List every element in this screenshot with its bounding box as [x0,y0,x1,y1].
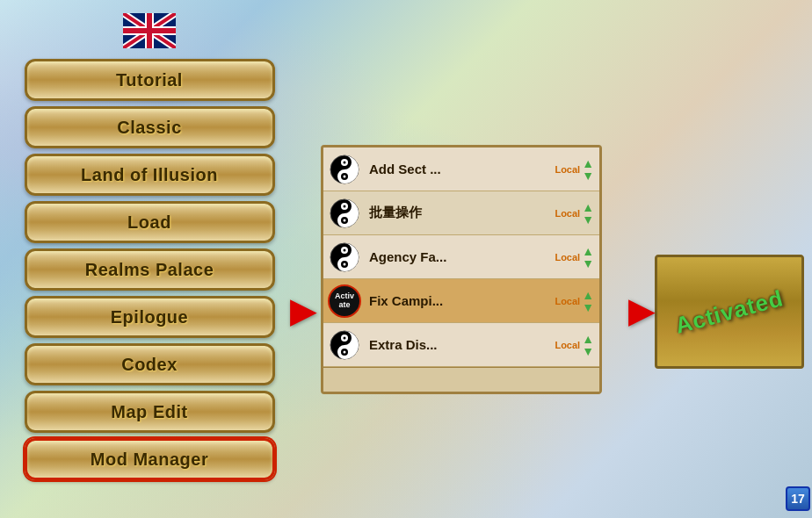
menu-tutorial[interactable]: Tutorial [25,59,275,101]
sort-arrows-5[interactable]: ▲ ▼ [582,333,594,357]
sort-arrows-1[interactable]: ▲ ▼ [582,157,594,182]
mod-icon-1 [323,148,366,191]
mod-row-1[interactable]: Add Sect ... Local ▲ ▼ [323,147,599,191]
activate-icon: Activate [328,284,361,318]
mod-tag-4: Local [555,296,580,306]
sort-arrows-4[interactable]: ▲ ▼ [582,289,594,313]
sort-arrows-3[interactable]: ▲ ▼ [582,245,594,270]
svg-rect-8 [123,28,176,33]
mod-name-5: Extra Dis... [366,337,555,352]
mod-tag-3: Local [555,252,580,263]
menu-realms-palace[interactable]: Realms Palace [25,248,275,291]
mod-icon-3 [323,236,366,278]
mod-name-2: 批量操作 [366,205,555,221]
mod-tag-5: Local [555,340,580,350]
svg-point-27 [344,336,346,339]
mod-row-4[interactable]: Activate Fix Campi... Local ▲ ▼ [323,279,599,323]
left-panel: Tutorial Classic Land of Illusion Load R… [0,0,299,518]
activated-panel: Activated [655,255,804,369]
mod-name-4: Fix Campi... [366,293,555,308]
right-arrow: ▶ [628,290,656,330]
left-arrow: ▶ [290,290,317,330]
svg-point-17 [344,205,346,207]
mod-icon-4: Activate [323,280,366,322]
mod-row-2[interactable]: 批量操作 Local ▲ ▼ [323,191,599,235]
svg-point-13 [344,175,346,177]
svg-point-18 [344,219,346,221]
menu-land-of-illusion[interactable]: Land of Illusion [25,154,275,196]
mod-list-panel: Add Sect ... Local ▲ ▼ 批量操作 Local ▲ ▼ [321,145,602,394]
svg-point-12 [344,161,346,163]
menu-load[interactable]: Load [25,201,275,243]
svg-point-23 [344,263,346,265]
menu-epilogue[interactable]: Epilogue [25,296,275,338]
sort-arrows-2[interactable]: ▲ ▼ [582,201,594,226]
mod-tag-1: Local [555,164,580,175]
menu-classic[interactable]: Classic [25,106,275,148]
mod-row-3[interactable]: Agency Fa... Local ▲ ▼ [323,235,599,279]
mod-icon-5 [323,324,366,366]
mod-list-footer [323,367,599,392]
mod-row-5[interactable]: Extra Dis... Local ▲ ▼ [323,323,599,367]
uk-flag[interactable] [123,13,176,48]
activated-label: Activated [672,284,787,340]
mod-tag-2: Local [555,208,580,219]
menu-codex[interactable]: Codex [25,343,275,385]
number-badge: 17 [786,486,810,511]
menu-mod-manager[interactable]: Mod Manager [25,438,275,480]
mod-icon-2 [323,192,366,234]
menu-map-edit[interactable]: Map Edit [25,391,275,433]
svg-point-28 [344,350,346,353]
mod-name-1: Add Sect ... [366,162,555,176]
mod-name-3: Agency Fa... [366,249,555,264]
svg-point-22 [344,248,346,251]
